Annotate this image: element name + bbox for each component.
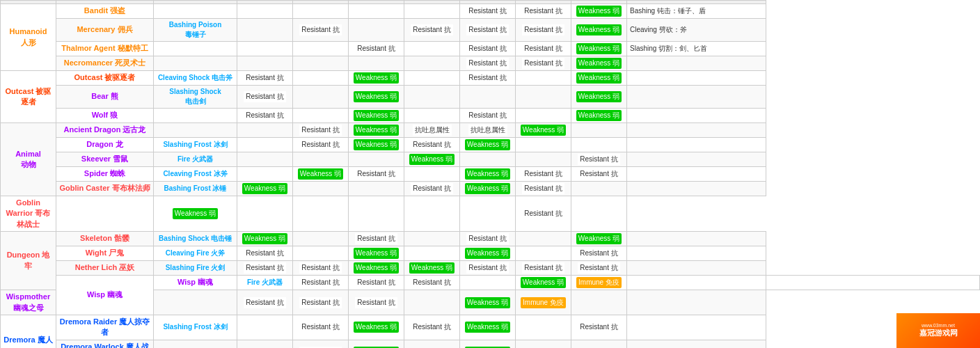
bash-cell bbox=[237, 4, 293, 19]
fire-cell bbox=[404, 56, 460, 71]
cleave-cell: Resistant 抗 bbox=[293, 261, 349, 276]
slash-cell: Weakness 弱 bbox=[349, 109, 404, 123]
config-cell: Cleaving Shock 电击斧 bbox=[154, 71, 237, 86]
notes-cell bbox=[627, 138, 766, 152]
cleave-cell bbox=[293, 246, 349, 261]
notes-cell bbox=[627, 56, 766, 71]
notes-cell: Bashing 钝击：锤子、盾 bbox=[627, 4, 766, 19]
poison-cell bbox=[627, 276, 766, 290]
poison-cell: Weakness 弱 bbox=[571, 86, 627, 109]
slash-cell: Resistant 抗 bbox=[349, 290, 404, 315]
monster-name: Wispmother 幽魂之母 bbox=[1, 290, 56, 315]
poison-cell: Resistant 抗 bbox=[571, 315, 627, 340]
shock-cell bbox=[516, 138, 571, 152]
shock-cell: Resistant 抗 bbox=[516, 261, 571, 276]
notes-cell bbox=[627, 232, 766, 246]
monster-name: Dremora Warlock 魔人战士 bbox=[56, 340, 154, 348]
poison-cell: Resistant 抗 bbox=[571, 152, 627, 167]
table-row: Spider 蜘蛛Cleaving Frost 冰斧Weakness 弱Resi… bbox=[1, 167, 980, 182]
poison-cell: Weakness 弱 bbox=[571, 42, 627, 56]
frost-cell: Weakness 弱 bbox=[460, 340, 516, 348]
poison-cell: Resistant 抗 bbox=[571, 167, 627, 182]
frost-cell: Weakness 弱 bbox=[460, 290, 516, 315]
slash-cell bbox=[349, 56, 404, 71]
poison-cell bbox=[571, 182, 627, 196]
bash-cell: Resistant 抗 bbox=[237, 109, 293, 123]
table-row: Dremora Warlock 魔人战士Resistant 抗Weakness … bbox=[1, 340, 980, 348]
bash-cell: Resistant 抗 bbox=[237, 246, 293, 261]
cleave-cell bbox=[293, 152, 349, 167]
shock-cell: Resistant 抗 bbox=[516, 19, 571, 42]
slash-cell: Weakness 弱 bbox=[349, 86, 404, 109]
frost-cell: Resistant 抗 bbox=[460, 56, 516, 71]
notes-cell bbox=[627, 152, 766, 167]
monster-table: Humanoid 人形Bandit 强盗Resistant 抗Resistant… bbox=[0, 0, 980, 348]
frost-cell: Resistant 抗 bbox=[460, 71, 516, 86]
notes-cell bbox=[627, 261, 766, 276]
type-cell: Dremora 魔人 bbox=[1, 315, 56, 348]
bash-cell: Resistant 抗 bbox=[293, 276, 349, 290]
monster-name: Ancient Dragon 远古龙 bbox=[56, 123, 154, 138]
config-cell: Slashing Fire 火剑 bbox=[154, 261, 237, 276]
config-cell bbox=[154, 109, 237, 123]
fire-cell bbox=[404, 42, 460, 56]
fire-cell bbox=[404, 167, 460, 182]
config-cell bbox=[154, 56, 237, 71]
shock-cell: Resistant 抗 bbox=[516, 42, 571, 56]
cleave-cell bbox=[293, 4, 349, 19]
poison-cell bbox=[571, 340, 627, 348]
config-cell bbox=[154, 42, 237, 56]
bash-cell bbox=[237, 19, 293, 42]
fire-cell bbox=[404, 246, 460, 261]
cleave-cell: Resistant 抗 bbox=[293, 123, 349, 138]
frost-cell: Resistant 抗 bbox=[460, 109, 516, 123]
bash-cell bbox=[237, 42, 293, 56]
table-row: Wisp 幽魂Wisp 幽魂Fire 火武器Resistant 抗Resista… bbox=[1, 276, 980, 290]
table-row: Nether Lich 巫妖Slashing Fire 火剑Resistant … bbox=[1, 261, 980, 276]
fire-cell bbox=[460, 276, 516, 290]
config-cell bbox=[56, 196, 154, 232]
notes-cell bbox=[627, 315, 766, 340]
config-cell: Slashing Frost 冰剑 bbox=[154, 315, 237, 340]
notes-cell bbox=[766, 276, 980, 290]
shock-cell: Immune 免疫 bbox=[571, 276, 627, 290]
config-cell bbox=[154, 123, 237, 138]
slash-cell bbox=[349, 182, 404, 196]
bash-cell: Resistant 抗 bbox=[237, 71, 293, 86]
monster-name: Mercenary 佣兵 bbox=[56, 19, 154, 42]
cleave-cell bbox=[293, 109, 349, 123]
bash-cell: Weakness 弱 bbox=[237, 182, 293, 196]
frost-cell: Weakness 弱 bbox=[460, 167, 516, 182]
monster-name: Necromancer 死灵术士 bbox=[56, 56, 154, 71]
slash-cell: Resistant 抗 bbox=[349, 167, 404, 182]
frost-cell: 抗吐息属性 bbox=[460, 123, 516, 138]
frost-cell bbox=[404, 196, 460, 232]
slash-cell: Weakness 弱 bbox=[349, 138, 404, 152]
table-row: Mercenary 佣兵Bashing Poison 毒锤子Resistant … bbox=[1, 19, 980, 42]
cleave-cell bbox=[293, 232, 349, 246]
monster-name: Skeever 雪鼠 bbox=[56, 152, 154, 167]
bash-cell bbox=[237, 315, 293, 340]
frost-cell: Weakness 弱 bbox=[460, 182, 516, 196]
cleave-cell bbox=[293, 56, 349, 71]
cleave-cell: Resistant 抗 bbox=[293, 138, 349, 152]
shock-cell: Immune 免疫 bbox=[516, 290, 571, 315]
monster-name: Spider 蜘蛛 bbox=[56, 167, 154, 182]
fire-cell: Resistant 抗 bbox=[404, 138, 460, 152]
shock-cell bbox=[460, 196, 516, 232]
monster-name: Thalmor Agent 秘默特工 bbox=[56, 42, 154, 56]
slash-cell: Resistant 抗 bbox=[349, 42, 404, 56]
cleave-cell bbox=[293, 71, 349, 86]
table-row: Thalmor Agent 秘默特工Resistant 抗Resistant 抗… bbox=[1, 42, 980, 56]
shock-cell bbox=[516, 86, 571, 109]
cleave-cell bbox=[237, 196, 293, 232]
fire-cell bbox=[404, 290, 460, 315]
monster-name: Goblin Warrior 哥布林战士 bbox=[1, 196, 56, 232]
table-row: Dremora 魔人Dremora Raider 魔人掠夺者Slashing F… bbox=[1, 315, 980, 340]
cleave-cell bbox=[293, 86, 349, 109]
bash-cell bbox=[237, 138, 293, 152]
fire-cell bbox=[349, 196, 404, 232]
fire-cell: 抗吐息属性 bbox=[404, 123, 460, 138]
fire-cell: Resistant 抗 bbox=[404, 182, 460, 196]
config-cell: Bashing Shock 电击锤 bbox=[154, 232, 237, 246]
